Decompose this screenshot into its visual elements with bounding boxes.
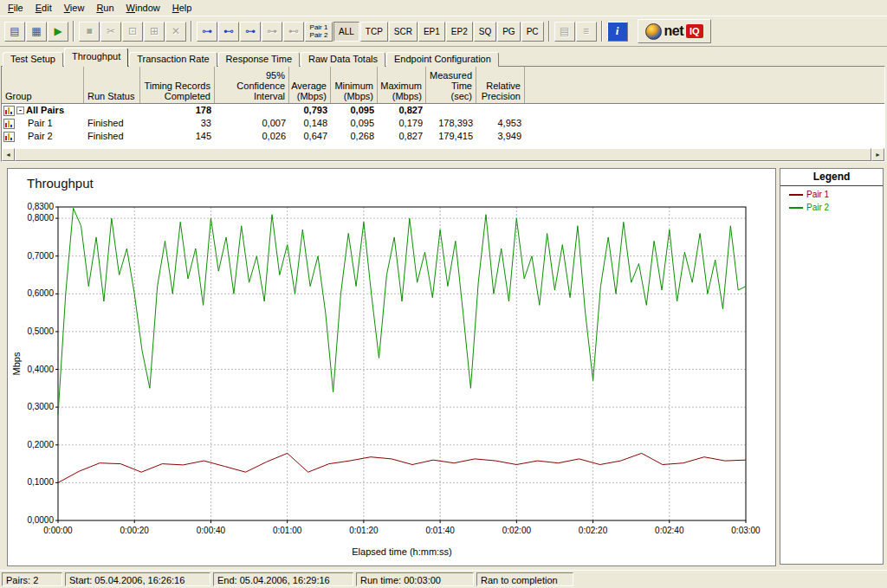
add-pair-button[interactable]: ⊶ <box>197 22 217 42</box>
cell-measured-time <box>426 104 476 117</box>
table-row-pair-2[interactable]: Pair 2Finished1450,0260,6470,2680,827179… <box>2 130 884 143</box>
y-tick-label: 0,2000 <box>27 440 54 449</box>
cell-run-status: Finished <box>84 130 140 143</box>
cell-precision: 3,949 <box>476 130 525 143</box>
cell-average: 0,793 <box>289 104 331 117</box>
cell-confidence: 0,026 <box>215 130 289 143</box>
status-pairs: Pairs: 2 <box>2 572 62 586</box>
edit-pair-icon: ⊶ <box>245 26 256 36</box>
new-test-button[interactable]: ▤ <box>4 22 25 42</box>
horizontal-scrollbar[interactable]: ◄ ► <box>2 148 884 161</box>
chart-panel: Throughput 0,83000,80000,70000,60000,500… <box>7 168 776 566</box>
logo-text: net <box>664 23 684 39</box>
logo-badge: IQ <box>686 24 703 38</box>
x-axis-label: Elapsed time (h:mm:ss) <box>352 546 452 557</box>
series-line-pair-1 <box>58 453 746 482</box>
filter-tcp-button[interactable]: TCP <box>360 22 388 42</box>
pair-visibility-button[interactable]: Pair 1Pair 2 <box>305 22 333 42</box>
scrollbar-thumb[interactable] <box>15 148 871 161</box>
legend-panel: Legend Pair 1Pair 2 <box>780 168 884 565</box>
group-name: Pair 1 <box>28 117 53 130</box>
menu-window[interactable]: Window <box>120 2 166 14</box>
table-row-all-pairs[interactable]: -All Pairs1780,7930,0950,827 <box>2 104 884 117</box>
collapse-toggle[interactable]: - <box>16 107 24 114</box>
column-header-group[interactable]: Group <box>2 67 84 103</box>
pair-chart-icon <box>3 119 15 129</box>
report-view-icon: ▤ <box>560 26 569 36</box>
legend-color-swatch <box>789 207 803 209</box>
filter-pg-button[interactable]: PG <box>497 22 520 42</box>
edit-pair-button[interactable]: ⊶ <box>240 22 261 42</box>
cut-button: ✂ <box>100 22 121 42</box>
tab-throughput[interactable]: Throughput <box>64 48 128 67</box>
tab-raw-data-totals[interactable]: Raw Data Totals <box>301 52 385 67</box>
column-header-minimum[interactable]: Minimum (Mbps) <box>331 67 378 103</box>
column-header-timing-records[interactable]: Timing Records Completed <box>140 67 215 103</box>
column-header-confidence[interactable]: 95% Confidence Interval <box>215 67 289 103</box>
column-header-precision[interactable]: Relative Precision <box>476 67 525 103</box>
menu-help[interactable]: Help <box>166 2 198 14</box>
cell-confidence <box>215 104 289 117</box>
column-header-average[interactable]: Average (Mbps) <box>289 67 331 103</box>
toolbar-separator <box>599 21 605 42</box>
cell-measured-time: 178,393 <box>426 117 476 130</box>
column-header-measured-time[interactable]: Measured Time (sec) <box>426 67 476 103</box>
cell-precision: 4,953 <box>476 117 525 130</box>
cell-minimum: 0,095 <box>331 117 378 130</box>
tab-response-time[interactable]: Response Time <box>218 52 300 67</box>
scroll-right-button[interactable]: ► <box>871 148 884 161</box>
filter-pc-button[interactable]: PC <box>521 22 544 42</box>
filter-ep1-button[interactable]: EP1 <box>418 22 445 42</box>
table-body: -All Pairs1780,7930,0950,827Pair 1Finish… <box>2 104 884 143</box>
filter-ep2-button[interactable]: EP2 <box>446 22 473 42</box>
add-pair-icon: ⊶ <box>202 26 212 36</box>
legend-title: Legend <box>780 169 883 186</box>
add-multicast-pair-button[interactable]: ⊷ <box>218 22 239 42</box>
menu-file[interactable]: File <box>2 2 29 14</box>
menu-bar: FileEditViewRunWindowHelp <box>0 0 887 16</box>
menu-view[interactable]: View <box>58 2 91 14</box>
x-tick-label: 0:00:40 <box>197 526 226 535</box>
cell-maximum: 0,179 <box>378 117 426 130</box>
table-row-pair-1[interactable]: Pair 1Finished330,0070,1480,0950,179178,… <box>2 117 884 130</box>
results-table: GroupRun StatusTiming Records Completed9… <box>1 66 885 162</box>
swap-endpoints-button: ⊶ <box>262 22 282 42</box>
tab-transaction-rate[interactable]: Transaction Rate <box>129 52 217 67</box>
legend-label: Pair 1 <box>806 190 829 199</box>
menu-run[interactable]: Run <box>90 2 120 14</box>
cell-average: 0,148 <box>289 117 331 130</box>
cut-icon: ✂ <box>107 26 115 36</box>
y-tick-label: 0,3000 <box>27 402 54 411</box>
x-tick-label: 0:01:00 <box>273 526 302 535</box>
column-header-maximum[interactable]: Maximum (Mbps) <box>378 67 426 103</box>
globe-icon <box>645 23 662 40</box>
info-button[interactable]: i <box>607 22 628 42</box>
column-header-run-status[interactable]: Run Status <box>84 67 140 103</box>
tab-test-setup[interactable]: Test Setup <box>3 52 63 67</box>
notes-view-button: ≡ <box>576 22 597 42</box>
y-tick-label: 0,6000 <box>27 288 54 298</box>
cell-run-status: Finished <box>84 117 140 130</box>
swap-endpoints-icon: ⊶ <box>267 26 277 36</box>
cell-timing-records: 178 <box>140 104 215 117</box>
delete-button: ✕ <box>165 22 186 42</box>
x-tick-label: 0:02:00 <box>502 526 532 535</box>
report-view-button: ▤ <box>554 22 575 42</box>
menu-edit[interactable]: Edit <box>29 2 58 14</box>
filter-sq-button[interactable]: SQ <box>474 22 496 42</box>
legend-items: Pair 1Pair 2 <box>780 186 883 212</box>
filter-all-button[interactable]: ALL <box>333 22 359 42</box>
run-test-button[interactable]: ▶ <box>48 22 68 42</box>
legend-color-swatch <box>789 194 803 196</box>
status-end: End: 05.04.2006, 16:29:16 <box>213 572 353 586</box>
group-name: Pair 2 <box>28 130 53 143</box>
cell-average: 0,647 <box>289 130 331 143</box>
tab-endpoint-configuration[interactable]: Endpoint Configuration <box>386 52 499 67</box>
cell-minimum: 0,268 <box>331 130 378 143</box>
paste-button: ⊞ <box>144 22 165 42</box>
scroll-left-button[interactable]: ◄ <box>2 148 15 161</box>
legend-label: Pair 2 <box>806 203 829 212</box>
netiq-logo: netIQ <box>638 19 711 43</box>
print-button[interactable]: ▦ <box>26 22 47 42</box>
filter-scr-button[interactable]: SCR <box>389 22 418 42</box>
